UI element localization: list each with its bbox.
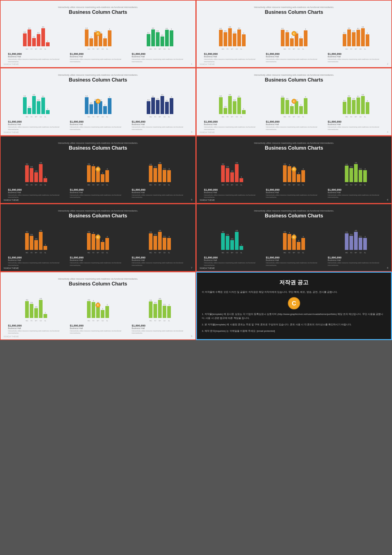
bar-value: 2 (91, 36, 92, 38)
chart-info: $1,890,890Business HallInteractively uti… (69, 324, 127, 335)
chart-group: C4.223.53.224MGP2MYCDSL$1,890,890Busines… (69, 19, 127, 63)
coin-badge: C (292, 167, 296, 172)
bar-wrapper: 4.1 (149, 231, 153, 250)
bar-value: 2.5 (231, 238, 233, 240)
x-label: P2 (30, 320, 33, 322)
bar-value: 4.5 (159, 298, 161, 300)
bar-wrapper: 4.1 (345, 231, 349, 250)
bar-element (230, 240, 234, 250)
bar-wrapper: 4.2 (23, 95, 27, 114)
bar-wrapper: 3.1 (163, 168, 166, 182)
bar-value: 3.5 (30, 166, 33, 168)
x-label: CD (101, 320, 104, 322)
bar-wrapper: 3.5 (352, 98, 356, 114)
bar-element (347, 29, 351, 46)
chart-group: C4.243.523MGP2MYCDSL$1,890,890Business H… (69, 155, 127, 199)
bars-container: 4.13.54.53.13 (345, 222, 367, 250)
bar-wrapper: 4.5 (235, 162, 239, 182)
bar-wrapper: 3.5 (224, 30, 227, 46)
chart-info: $1,890,890Business HallInteractively uti… (326, 52, 385, 63)
bar-value: 3 (364, 168, 365, 170)
chart-group: 4.13.54.53.13MGP2MYCDSL$1,890,890Busines… (326, 155, 385, 199)
chart-info: $1,890,890Business HallInteractively uti… (203, 120, 262, 131)
bar-element (105, 306, 109, 318)
bar-value: 2 (300, 104, 301, 106)
chart-label: Business Hall (8, 259, 66, 261)
x-label: CD (39, 252, 43, 254)
bar-element (92, 302, 95, 318)
bar-value: 3.2 (233, 99, 236, 101)
x-label: MY (230, 184, 234, 186)
chart-price: $1,890,890 (266, 188, 323, 191)
bar-wrapper: 1.5 (28, 106, 31, 114)
x-label: CD (359, 116, 362, 118)
x-label: MG (221, 116, 225, 118)
bar-element (290, 38, 294, 46)
bar-value: 3.1 (166, 100, 168, 101)
slide-4: Interactively utilize resource maximizin… (196, 68, 392, 136)
bar-value: 3.5 (154, 234, 156, 235)
charts-row: 3.24.22.13.14.51MGP2MYCDSL$1,890,890Busi… (7, 19, 189, 63)
bar-wrapper: 3.2 (233, 31, 236, 46)
theme-label: NVADA THEME (200, 131, 215, 133)
bar-element (301, 170, 305, 182)
bars-container: 4.21.54.53.24.11 (23, 86, 50, 114)
bar-value: 3 (107, 168, 107, 170)
bar-wrapper: 3.5 (153, 234, 157, 250)
bar-value: 4 (289, 232, 290, 234)
slide-number: 7 (191, 266, 192, 269)
bar-wrapper: 3.1 (359, 168, 362, 182)
chart-group: C4.243.523MGP2MYCDSL$1,890,890Business H… (69, 222, 127, 266)
x-label: MG (345, 184, 349, 186)
x-label: P2 (226, 48, 229, 50)
x-label: P2 (226, 116, 229, 118)
x-label: MG (25, 320, 29, 322)
bar-value: 3 (364, 236, 365, 238)
coin-badge: C (292, 31, 296, 36)
bar-element (158, 232, 162, 250)
bar-value: 1.5 (224, 106, 227, 108)
coin-badge: C (292, 99, 296, 104)
bar-element (41, 98, 45, 114)
bar-value: 3.1 (163, 168, 166, 170)
x-label: MG (87, 252, 91, 254)
theme-label: NVADA THEME (200, 63, 215, 65)
chart-price: $1,890,890 (70, 52, 127, 56)
slide-number: 4 (387, 131, 388, 133)
bar-wrapper: 3.5 (285, 98, 289, 114)
bar-value: 4.5 (236, 162, 238, 164)
x-label: MY (292, 48, 296, 50)
bar-element (101, 174, 104, 182)
theme-label: NVADA THEME (4, 131, 19, 133)
chart-description: Interactively utilize resource maximizin… (8, 330, 66, 335)
slide-subtitle: Interactively utilize resource maximizin… (203, 210, 385, 212)
chart-description: Interactively utilize resource maximizin… (328, 58, 385, 63)
bar-wrapper: 1.5 (224, 106, 227, 114)
x-labels: MGP2MYCDSL (25, 319, 47, 322)
chart-description: Interactively utilize resource maximizin… (70, 330, 127, 335)
bar-element (235, 232, 239, 250)
bar-element (158, 300, 162, 318)
chart-price: $1,890,890 (70, 188, 127, 191)
charts-row: 4.23.52.54.51MGP2MYCDSL$1,890,890Busines… (7, 290, 189, 335)
chart-description: Interactively utilize resource maximizin… (266, 262, 323, 266)
x-label: SL (363, 252, 367, 254)
coin-badge: C (96, 235, 100, 239)
bar-wrapper: 3 (105, 304, 109, 318)
x-label: SL (301, 116, 305, 118)
bars-container: C4.223.53.224 (85, 19, 111, 46)
charts-row: 4.23.52.54.51MGP2MYCDSL$1,890,890Busines… (7, 222, 189, 266)
x-label: P2 (349, 116, 353, 118)
bar-value: 4 (109, 96, 110, 98)
chart-description: Interactively utilize resource maximizin… (266, 126, 323, 131)
chart-info: $1,890,890Business HallInteractively uti… (326, 120, 385, 131)
bar-element (304, 30, 307, 46)
bar-value: 3 (367, 32, 368, 34)
bar-element (103, 106, 107, 114)
x-label: SL (167, 320, 171, 322)
bar-wrapper: 3.5 (153, 302, 157, 318)
chart-group: 4.23.52.54.51MGP2MYCDSL$1,890,890Busines… (203, 222, 262, 266)
bar-value: 2 (102, 172, 103, 174)
bar-wrapper: 3 (366, 100, 369, 114)
bar-element (345, 166, 349, 182)
